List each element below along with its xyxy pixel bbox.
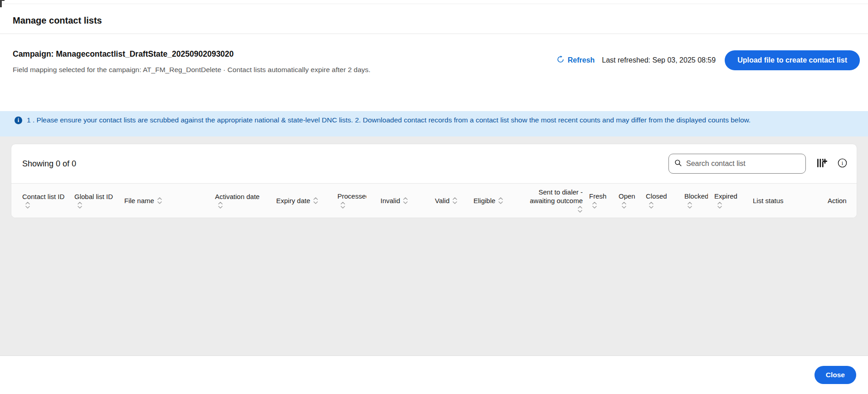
column-header-invalid[interactable]: Invalid: [380, 196, 435, 205]
refresh-label: Refresh: [568, 56, 595, 64]
sort-icon[interactable]: [340, 201, 374, 209]
modal-footer: Close: [0, 355, 868, 394]
sort-icon[interactable]: [592, 201, 612, 209]
page-title: Manage contact lists: [13, 15, 855, 26]
column-label: Eligible: [473, 197, 495, 204]
column-label: Expiry date: [276, 197, 310, 204]
search-box[interactable]: [668, 154, 806, 174]
refresh-icon: [556, 55, 565, 65]
info-banner: i 1 . Please ensure your contact lists a…: [0, 111, 868, 136]
campaign-description: Field mapping selected for the campaign:…: [13, 66, 371, 74]
info-icon: i: [15, 117, 22, 124]
column-label: Valid: [435, 197, 449, 204]
sort-icon[interactable]: [577, 205, 583, 214]
column-header-closed[interactable]: Closed: [646, 192, 684, 209]
results-summary: Showing 0 of 0: [22, 159, 76, 169]
table-header-row: Contact list IDGlobal list IDFile nameAc…: [11, 184, 857, 218]
column-header-eligible[interactable]: Eligible: [473, 196, 523, 205]
column-label: Open: [619, 192, 635, 200]
sort-icon[interactable]: [313, 196, 318, 205]
sort-icon[interactable]: [218, 201, 223, 209]
add-columns-icon: [816, 157, 827, 170]
campaign-info: Campaign: Managecontactlist_DraftState_2…: [13, 49, 371, 74]
sort-icon[interactable]: [621, 201, 639, 209]
column-header-action: Action: [828, 196, 848, 205]
campaign-actions: Refresh Last refreshed: Sep 03, 2025 08:…: [556, 50, 860, 70]
info-banner-text: 1 . Please ensure your contact lists are…: [27, 116, 751, 131]
column-header-expiry-date[interactable]: Expiry date: [276, 196, 337, 205]
column-header-activation-date[interactable]: Activation date: [215, 192, 276, 209]
column-label: Blocked: [684, 192, 708, 200]
sort-icon[interactable]: [498, 196, 503, 205]
sort-icon[interactable]: [452, 196, 458, 205]
add-columns-button[interactable]: [816, 157, 827, 170]
upload-file-button[interactable]: Upload file to create contact list: [725, 50, 860, 70]
column-label: Invalid: [380, 197, 400, 204]
column-label: Action: [828, 197, 847, 204]
column-label: Expired: [714, 192, 737, 200]
sort-icon[interactable]: [649, 201, 678, 209]
table-info-button[interactable]: i: [837, 158, 848, 170]
info-icon: i: [837, 158, 848, 170]
column-header-global-list-id[interactable]: Global list ID: [74, 192, 124, 209]
column-header-processed[interactable]: Processed: [337, 192, 380, 209]
column-label: Closed: [646, 192, 667, 200]
column-label: Global list ID: [74, 193, 113, 200]
column-header-list-status: List status: [753, 196, 828, 205]
top-divider: [2, 4, 868, 4]
close-button[interactable]: Close: [814, 366, 856, 384]
modal-header: Manage contact lists: [0, 4, 868, 34]
column-label: Fresh: [589, 192, 606, 200]
column-header-contact-list-id[interactable]: Contact list ID: [22, 192, 74, 209]
column-header-blocked[interactable]: Blocked: [684, 192, 714, 209]
column-label: List status: [753, 197, 784, 204]
column-header-fresh[interactable]: Fresh: [589, 192, 619, 209]
search-input[interactable]: [686, 160, 800, 168]
toolbar-right: i: [668, 154, 848, 174]
table-toolbar: Showing 0 of 0: [11, 144, 857, 184]
column-header-file-name[interactable]: File name: [124, 196, 215, 205]
svg-text:i: i: [842, 160, 844, 166]
column-label: Processed: [337, 192, 366, 200]
sort-icon[interactable]: [717, 201, 746, 209]
sort-icon[interactable]: [687, 201, 708, 209]
table-area: Showing 0 of 0: [0, 136, 868, 355]
refresh-button[interactable]: Refresh: [556, 55, 595, 65]
last-refreshed-text: Last refreshed: Sep 03, 2025 08:59: [602, 56, 716, 64]
column-label: File name: [124, 197, 154, 204]
column-label: Activation date: [215, 193, 259, 200]
search-icon: [674, 159, 682, 169]
sort-icon[interactable]: [77, 201, 83, 209]
contact-list-card: Showing 0 of 0: [11, 144, 857, 218]
campaign-heading: Campaign: Managecontactlist_DraftState_2…: [13, 49, 371, 59]
column-header-sent-to-dialer[interactable]: Sent to dialer - awaiting outcome: [523, 188, 589, 214]
column-label: Contact list ID: [22, 193, 64, 200]
sort-icon[interactable]: [157, 196, 162, 205]
column-label: Sent to dialer - awaiting outcome: [530, 188, 583, 204]
campaign-section: Campaign: Managecontactlist_DraftState_2…: [0, 34, 868, 102]
column-header-expired[interactable]: Expired: [714, 192, 753, 209]
column-header-valid[interactable]: Valid: [435, 196, 473, 205]
column-header-open[interactable]: Open: [619, 192, 646, 209]
sort-icon[interactable]: [403, 196, 408, 205]
sort-icon[interactable]: [25, 201, 30, 209]
